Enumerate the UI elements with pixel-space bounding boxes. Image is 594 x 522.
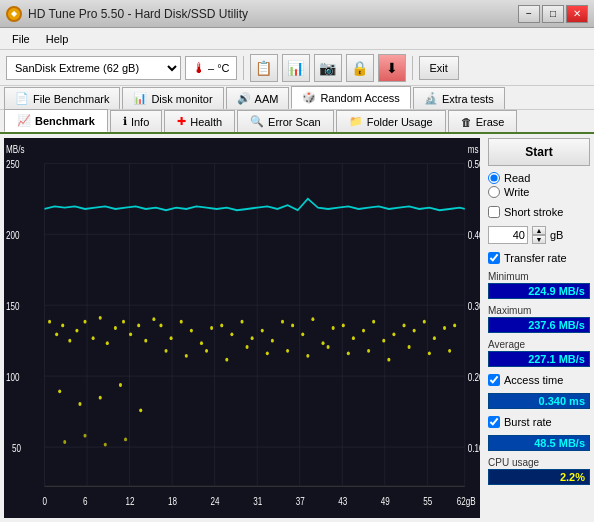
svg-text:0.30: 0.30 (468, 301, 480, 312)
thermometer-icon: 🌡 (192, 60, 206, 76)
tab-folder-usage[interactable]: 📁 Folder Usage (336, 110, 446, 132)
tab-error-scan[interactable]: 🔍 Error Scan (237, 110, 334, 132)
svg-point-62 (170, 336, 173, 340)
menu-file[interactable]: File (4, 31, 38, 47)
svg-point-41 (48, 320, 51, 324)
average-label: Average (488, 339, 590, 350)
svg-text:31: 31 (253, 496, 262, 507)
svg-point-49 (106, 341, 109, 345)
toolbar: SanDisk Extreme (62 gB) 🌡 – °C 📋 📊 📷 🔒 ⬇… (0, 50, 594, 86)
disk-monitor-icon: 📊 (133, 92, 147, 105)
tab-benchmark[interactable]: 📈 Benchmark (4, 109, 108, 132)
file-benchmark-label: File Benchmark (33, 93, 109, 105)
svg-point-73 (281, 320, 284, 324)
minimum-label: Minimum (488, 271, 590, 282)
svg-point-71 (261, 329, 264, 333)
extra-tests-icon: 🔬 (424, 92, 438, 105)
svg-point-78 (332, 326, 335, 330)
folder-usage-label: Folder Usage (367, 116, 433, 128)
tab-info[interactable]: ℹ Info (110, 110, 162, 132)
svg-text:43: 43 (338, 496, 347, 507)
info-icon: ℹ (123, 115, 127, 128)
svg-point-109 (448, 349, 451, 353)
svg-point-106 (387, 358, 390, 362)
svg-point-104 (347, 351, 350, 355)
tab-disk-monitor[interactable]: 📊 Disk monitor (122, 87, 223, 109)
menu-help[interactable]: Help (38, 31, 77, 47)
maximize-button[interactable]: □ (542, 5, 564, 23)
svg-point-101 (286, 349, 289, 353)
svg-text:200: 200 (6, 230, 19, 241)
random-access-label: Random Access (320, 92, 399, 104)
svg-point-64 (190, 329, 193, 333)
svg-point-66 (210, 326, 213, 330)
svg-text:150: 150 (6, 301, 19, 312)
window-title: HD Tune Pro 5.50 - Hard Disk/SSD Utility (28, 7, 248, 21)
exit-button[interactable]: Exit (419, 56, 459, 80)
read-label: Read (504, 172, 530, 184)
access-time-checkbox[interactable] (488, 374, 500, 386)
access-time-label: Access time (504, 374, 563, 386)
minimum-stat: Minimum 224.9 MB/s (488, 271, 590, 299)
close-button[interactable]: ✕ (566, 5, 588, 23)
short-stroke-checkbox[interactable] (488, 206, 500, 218)
minimize-button[interactable]: − (518, 5, 540, 23)
short-stroke-value[interactable] (488, 226, 528, 244)
transfer-rate-row: Transfer rate (488, 252, 590, 264)
error-scan-label: Error Scan (268, 116, 321, 128)
erase-label: Erase (476, 116, 505, 128)
error-scan-icon: 🔍 (250, 115, 264, 128)
disk-monitor-label: Disk monitor (151, 93, 212, 105)
svg-point-89 (443, 326, 446, 330)
svg-point-43 (61, 324, 64, 328)
transfer-rate-checkbox[interactable] (488, 252, 500, 264)
spin-down-button[interactable]: ▼ (532, 235, 546, 244)
burst-rate-checkbox[interactable] (488, 416, 500, 428)
svg-point-86 (413, 329, 416, 333)
toolbar-btn-4[interactable]: 🔒 (346, 54, 374, 82)
toolbar-btn-5[interactable]: ⬇ (378, 54, 406, 82)
svg-point-76 (311, 317, 314, 321)
tab-aam[interactable]: 🔊 AAM (226, 87, 290, 109)
read-radio[interactable] (488, 172, 500, 184)
svg-text:55: 55 (423, 496, 432, 507)
average-value: 227.1 MB/s (488, 351, 590, 367)
svg-point-70 (251, 336, 254, 340)
svg-point-58 (99, 396, 102, 400)
start-button[interactable]: Start (488, 138, 590, 166)
spin-up-button[interactable]: ▲ (532, 226, 546, 235)
svg-point-81 (362, 329, 365, 333)
write-radio[interactable] (488, 186, 500, 198)
svg-point-45 (75, 329, 78, 333)
svg-text:0.40: 0.40 (468, 230, 480, 241)
tab-extra-tests[interactable]: 🔬 Extra tests (413, 87, 505, 109)
toolbar-btn-2[interactable]: 📊 (282, 54, 310, 82)
toolbar-btn-1[interactable]: 📋 (250, 54, 278, 82)
svg-point-53 (137, 324, 140, 328)
toolbar-btn-3[interactable]: 📷 (314, 54, 342, 82)
maximum-label: Maximum (488, 305, 590, 316)
access-time-checkbox-row: Access time (488, 374, 590, 386)
aam-icon: 🔊 (237, 92, 251, 105)
tab-file-benchmark[interactable]: 📄 File Benchmark (4, 87, 120, 109)
tab-health[interactable]: ✚ Health (164, 110, 235, 132)
maximum-stat: Maximum 237.6 MB/s (488, 305, 590, 333)
svg-point-46 (84, 320, 87, 324)
minimum-value: 224.9 MB/s (488, 283, 590, 299)
svg-text:MB/s: MB/s (6, 144, 25, 155)
benchmark-icon: 📈 (17, 114, 31, 127)
drive-select[interactable]: SanDisk Extreme (62 gB) (6, 56, 181, 80)
svg-point-51 (122, 320, 125, 324)
svg-point-75 (301, 332, 304, 336)
spinbox-row: ▲ ▼ gB (488, 226, 590, 244)
svg-text:6: 6 (83, 496, 87, 507)
svg-point-56 (58, 389, 61, 393)
tab-random-access[interactable]: 🎲 Random Access (291, 86, 410, 109)
svg-point-74 (291, 324, 294, 328)
tab-erase[interactable]: 🗑 Erase (448, 110, 518, 132)
svg-point-87 (423, 320, 426, 324)
main-content: MB/s 250 200 150 100 50 ms 0.50 0.40 0.3… (0, 134, 594, 522)
svg-point-85 (403, 324, 406, 328)
svg-text:0.10: 0.10 (468, 443, 480, 454)
svg-rect-0 (4, 138, 480, 518)
